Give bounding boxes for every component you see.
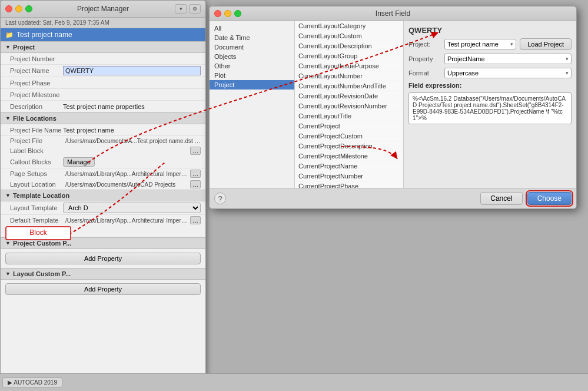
label-page-setups: Page Setups — [10, 170, 63, 177]
field-CurrentProjectDescription[interactable]: CurrentProjectDescription — [295, 141, 403, 151]
field-CurrentProjectMilestone[interactable]: CurrentProjectMilestone — [295, 151, 403, 161]
format-select[interactable]: Uppercase ▾ — [444, 68, 572, 78]
cat-other[interactable]: Other — [210, 61, 294, 71]
choose-btn[interactable]: Choose — [527, 192, 572, 205]
format-row: Format Uppercase ▾ — [408, 68, 572, 78]
label-description: Description — [10, 103, 63, 110]
field-CurrentProjectName[interactable]: CurrentProjectName — [295, 161, 403, 171]
row-project-number: Project Number — [1, 53, 205, 65]
section-triangle: ▼ — [5, 44, 11, 50]
cat-plot[interactable]: Plot — [210, 71, 294, 80]
section-layout-custom[interactable]: ▼ Layout Custom P... — [1, 268, 205, 280]
section-project[interactable]: ▼ Project — [1, 41, 205, 53]
last-updated-text: Last updated: Sat, Feb 9, 2019 7:35 AM — [5, 19, 109, 26]
label-block-browse-btn[interactable]: … — [190, 147, 201, 155]
project-select-value: Test project name — [447, 41, 499, 48]
cat-date-time[interactable]: Date & Time — [210, 33, 294, 42]
cat-project[interactable]: Project — [210, 80, 294, 90]
format-select-value: Uppercase — [447, 69, 479, 77]
label-project-file: Project File — [10, 137, 63, 144]
dialog-btn-group: Cancel Choose — [480, 192, 572, 205]
pm-selected-project[interactable]: 📁 Test project name — [1, 28, 205, 41]
folder-icon: 📁 — [5, 31, 14, 39]
row-default-template: Default Template /Users/max/Library/App.… — [1, 215, 205, 226]
maximize-button[interactable] — [25, 5, 32, 12]
field-CurrentLayoutCustom[interactable]: CurrentLayoutCustom — [295, 31, 403, 41]
field-CurrentLayoutRevisionNumber[interactable]: CurrentLayoutRevisionNumber — [295, 101, 403, 111]
value-project-name[interactable]: QWERTY — [63, 66, 201, 75]
dialog-traffic-lights — [214, 10, 241, 17]
section-project-custom-label: Project Custom P... — [13, 240, 71, 247]
cat-all[interactable]: All — [210, 24, 294, 33]
minimize-button[interactable] — [15, 5, 22, 12]
property-row: Property ProjectName ▾ — [408, 54, 572, 64]
project-manager-window: Project Manager ▾ ⚙ Last updated: Sat, F… — [0, 0, 206, 391]
taskbar: ▶ AUTOCAD 2019 — [0, 373, 588, 391]
pm-content: ▼ Project Project Number Project Name QW… — [1, 41, 205, 376]
dialog-close-btn[interactable] — [214, 10, 221, 17]
dialog-maximize-btn[interactable] — [234, 10, 241, 17]
format-select-arrow: ▾ — [566, 70, 569, 76]
section-file-locations-label: File Locations — [13, 115, 57, 122]
page-setups-browse-btn[interactable]: … — [190, 170, 201, 178]
label-project-name: Project Name — [10, 67, 63, 74]
expression-label: Field expression: — [408, 82, 572, 89]
expression-box: %<\AcSm.16.2 Database("/Users/max/Docume… — [408, 92, 572, 124]
field-CurrentLayoutGroup[interactable]: CurrentLayoutGroup — [295, 51, 403, 61]
field-CurrentProjectNumber[interactable]: CurrentProjectNumber — [295, 171, 403, 181]
field-CurrentLayoutNumber[interactable]: CurrentLayoutNumber — [295, 71, 403, 81]
label-project-milestone: Project Milestone — [10, 91, 63, 98]
project-select[interactable]: Test project name ▾ — [444, 39, 516, 49]
row-description: Description Test project name properties — [1, 101, 205, 112]
field-CurrentLayoutTitle[interactable]: CurrentLayoutTitle — [295, 111, 403, 121]
value-page-setups: /Users/max/Library/App...Architectural I… — [65, 171, 188, 177]
property-select[interactable]: ProjectName ▾ — [444, 54, 572, 64]
add-layout-property-btn[interactable]: Add Property — [5, 283, 201, 295]
cancel-btn[interactable]: Cancel — [480, 192, 522, 205]
field-CurrentLayoutDescription[interactable]: CurrentLayoutDescription — [295, 41, 403, 51]
manage-callout-btn[interactable]: Manage — [63, 157, 95, 167]
field-options-panel: QWERTY Project: Test project name ▾ Load… — [404, 21, 576, 188]
field-CurrentLayoutRevisionDate[interactable]: CurrentLayoutRevisionDate — [295, 91, 403, 101]
row-layout-location: Layout Location /Users/max/Documents/Aut… — [1, 179, 205, 190]
field-categories-panel: All Date & Time Document Objects Other P… — [210, 21, 295, 188]
field-CurrentLayoutIssuePurpose[interactable]: CurrentLayoutIssuePurpose — [295, 61, 403, 71]
default-template-browse-btn[interactable]: … — [190, 216, 201, 224]
section-template-location[interactable]: ▼ Template Location — [1, 190, 205, 201]
dialog-minimize-btn[interactable] — [224, 10, 231, 17]
label-label-block: Label Block — [10, 147, 63, 154]
load-project-btn[interactable]: Load Project — [520, 38, 572, 50]
label-default-template: Default Template — [10, 217, 63, 224]
field-CurrentLayoutNumberAndTitle[interactable]: CurrentLayoutNumberAndTitle — [295, 81, 403, 91]
layout-location-browse-btn[interactable]: … — [190, 180, 201, 188]
project-select-arrow: ▾ — [510, 41, 513, 47]
section-layout-custom-label: Layout Custom P... — [13, 270, 71, 277]
value-description[interactable]: Test project name properties — [63, 103, 201, 110]
section-file-locations[interactable]: ▼ File Locations — [1, 112, 205, 124]
taskbar-item-1[interactable]: ▶ AUTOCAD 2019 — [2, 377, 62, 387]
add-project-property-btn[interactable]: Add Property — [5, 253, 201, 264]
section-project-custom[interactable]: ▼ Project Custom P... — [1, 237, 205, 249]
row-project-file: Project File /Users/max/Documents/A...Te… — [1, 136, 205, 145]
label-project-number: Project Number — [10, 55, 63, 62]
pm-dropdown-btn[interactable]: ▾ — [175, 4, 187, 14]
field-CurrentProjectCustom[interactable]: CurrentProjectCustom — [295, 131, 403, 141]
prompt-template-checkbox[interactable] — [63, 228, 70, 235]
row-page-setups: Page Setups /Users/max/Library/App...Arc… — [1, 168, 205, 179]
pm-settings-btn[interactable]: ⚙ — [189, 4, 201, 14]
row-layout-template: Layout Template Arch D — [1, 201, 205, 215]
value-project-file-name[interactable]: Test project name — [63, 127, 201, 134]
layout-template-select[interactable]: Arch D — [63, 203, 201, 213]
field-CurrentProjectPhase[interactable]: CurrentProjectPhase — [295, 181, 403, 188]
value-layout-location: /Users/max/Documents/AutoCAD Projects — [65, 181, 188, 188]
close-button[interactable] — [5, 5, 12, 12]
cat-document[interactable]: Document — [210, 42, 294, 52]
dialog-help-btn[interactable]: ? — [214, 193, 226, 204]
label-callout-blocks: Callout Blocks — [10, 158, 63, 165]
insert-field-dialog: Insert Field All Date & Time Document Ob… — [209, 6, 577, 209]
property-label: Property — [408, 55, 441, 62]
field-CurrentProject[interactable]: CurrentProject — [295, 121, 403, 131]
field-CurrentLayoutCategory[interactable]: CurrentLayoutCategory — [295, 21, 403, 31]
project-label: Project: — [408, 41, 441, 48]
cat-objects[interactable]: Objects — [210, 52, 294, 61]
